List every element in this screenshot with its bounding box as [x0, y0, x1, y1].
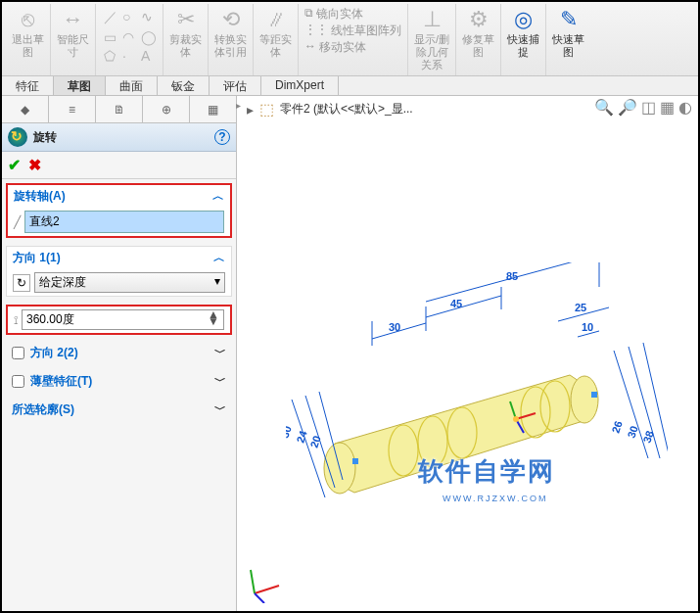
mirror-button[interactable]: ⧉镜向实体 — [304, 6, 363, 23]
collapse-icon: ︿ — [212, 188, 224, 205]
spline-icon[interactable]: ∿ — [139, 8, 157, 27]
svg-line-36 — [614, 351, 648, 458]
mirror-icon: ⧉ — [304, 6, 313, 23]
angle-icon: ⟟ — [14, 313, 18, 327]
trim-icon: ✂ — [177, 6, 195, 33]
axis-icon: ╱ — [14, 215, 21, 229]
quick-sketch-button[interactable]: ✎ 快速草图 — [546, 4, 590, 75]
panel-tab-appearance[interactable]: ▦ — [190, 96, 236, 122]
angle-section-highlight: ⟟ 360.00度 ▲▼ — [6, 305, 232, 335]
svg-line-19 — [426, 262, 599, 302]
tab-features[interactable]: 特征 — [2, 76, 54, 95]
text-icon[interactable]: A — [139, 47, 157, 65]
graphics-viewport[interactable]: ▸ ⬚ 零件2 (默认<<默认>_显... 🔍 🔎 ◫ ▦ ◐ — [237, 96, 698, 611]
tab-surface[interactable]: 曲面 — [106, 76, 158, 95]
pattern-icon: ⋮⋮ — [304, 23, 328, 39]
relations-button[interactable]: ⊥ 显示/删除几何关系 — [408, 4, 456, 75]
move-icon: ↔ — [304, 39, 316, 56]
property-panel: ◆ ≡ 🗎 ⊕ ▦ 旋转 ? ✔ ✖ 旋转轴(A) ︿ ╱ 直线2 — [2, 96, 237, 611]
panel-tab-config[interactable]: 🗎 — [96, 96, 143, 122]
offset-icon: ⫽ — [265, 6, 287, 33]
svg-line-39 — [255, 586, 279, 593]
contours-section[interactable]: 所选轮廓(S) ﹀ — [2, 396, 236, 424]
convert-button[interactable]: ⟲ 转换实体引用 — [209, 4, 254, 75]
exit-sketch-icon: ⎋ — [22, 6, 34, 33]
sketch-icon: ✎ — [560, 6, 578, 33]
revolve-icon — [8, 127, 27, 147]
section-view-icon[interactable]: ◐ — [678, 98, 692, 117]
tab-sheetmetal[interactable]: 钣金 — [158, 76, 210, 95]
svg-text:24: 24 — [294, 428, 308, 444]
chevron-down-icon: ﹀ — [214, 401, 226, 418]
zoom-area-icon[interactable]: 🔎 — [618, 98, 637, 117]
svg-text:30: 30 — [286, 424, 294, 439]
repair-button[interactable]: ⚙ 修复草图 — [456, 4, 501, 75]
tab-sketch[interactable]: 草图 — [54, 76, 106, 95]
quick-snap-button[interactable]: ◎ 快速捕捉 — [501, 4, 546, 75]
axis-section-highlight: 旋转轴(A) ︿ ╱ 直线2 — [6, 183, 232, 238]
ok-button[interactable]: ✔ — [8, 156, 21, 174]
line-icon[interactable]: ／ — [102, 8, 119, 27]
snap-icon: ◎ — [514, 6, 533, 33]
move-button[interactable]: ↔移动实体 — [304, 39, 366, 56]
point-icon[interactable]: · — [120, 47, 138, 65]
dir2-check[interactable] — [12, 347, 24, 359]
dimension-icon: ↔ — [63, 6, 84, 33]
expand-icon[interactable]: ▸ — [247, 102, 254, 118]
svg-text:85: 85 — [506, 270, 518, 282]
tab-dimxpert[interactable]: DimXpert — [261, 76, 339, 95]
angle-input[interactable]: 360.00度 ▲▼ — [22, 309, 224, 330]
breadcrumb[interactable]: ▸ ⬚ 零件2 (默认<<默认>_显... — [247, 100, 413, 118]
polygon-icon[interactable]: ⬠ — [102, 47, 119, 65]
svg-rect-11 — [352, 458, 358, 464]
repair-icon: ⚙ — [469, 6, 489, 33]
panel-tab-display[interactable]: ⊕ — [143, 96, 190, 122]
panel-splitter[interactable] — [237, 96, 243, 611]
sketch-tools-group: ／ ○ ∿ ▭ ◠ ◯ ⬠ · A — [96, 4, 163, 75]
relations-icon: ⊥ — [423, 6, 442, 33]
trim-button[interactable]: ✂ 剪裁实体 — [163, 4, 209, 75]
panel-tab-property[interactable]: ≡ — [49, 96, 96, 122]
svg-text:10: 10 — [582, 321, 593, 333]
axis-input[interactable]: 直线2 — [24, 211, 224, 233]
ribbon-toolbar: ⎋ 退出草图 ↔ 智能尺寸 ／ ○ ∿ ▭ ◠ ◯ ⬠ · A ✂ 剪裁实体 ⟲… — [2, 2, 698, 76]
svg-rect-12 — [591, 392, 597, 398]
view-orient-icon[interactable]: ◫ — [641, 98, 656, 117]
model-preview: 30 45 85 25 10 30 24 20 26 30 38 — [286, 262, 668, 576]
view-tools: 🔍 🔎 ◫ ▦ ◐ — [594, 98, 692, 117]
reverse-icon[interactable]: ↻ — [13, 274, 30, 292]
panel-tabs: ◆ ≡ 🗎 ⊕ ▦ — [2, 96, 236, 123]
help-button[interactable]: ? — [214, 129, 230, 145]
smart-dimension-button[interactable]: ↔ 智能尺寸 — [51, 4, 96, 75]
end-condition-select[interactable]: 给定深度 ▾ — [34, 272, 225, 293]
panel-tab-feature[interactable]: ◆ — [2, 96, 49, 122]
thin-check[interactable] — [12, 375, 24, 388]
svg-point-10 — [513, 416, 519, 422]
part-icon: ⬚ — [259, 100, 274, 118]
arc-icon[interactable]: ◠ — [120, 28, 138, 46]
svg-text:26: 26 — [609, 419, 624, 434]
axis-section-header[interactable]: 旋转轴(A) ︿ — [8, 185, 230, 208]
thin-feature-checkbox[interactable]: 薄壁特征(T) ﹀ — [2, 367, 236, 396]
tab-evaluate[interactable]: 评估 — [210, 76, 261, 95]
direction1-header[interactable]: 方向 1(1) ︿ — [7, 247, 231, 269]
display-style-icon[interactable]: ▦ — [660, 98, 675, 117]
rect-icon[interactable]: ▭ — [102, 28, 119, 46]
spin-down-icon[interactable]: ▼ — [208, 318, 219, 325]
chevron-down-icon: ﹀ — [214, 373, 226, 390]
linear-pattern-button[interactable]: ⋮⋮线性草图阵列 — [304, 23, 401, 39]
watermark-url: WWW.RJZXW.COM — [443, 494, 547, 503]
zoom-fit-icon[interactable]: 🔍 — [594, 98, 614, 117]
offset-button[interactable]: ⫽ 等距实体 — [254, 4, 299, 75]
circle-icon[interactable]: ○ — [120, 8, 138, 27]
chevron-down-icon: ▾ — [214, 274, 220, 291]
svg-text:25: 25 — [575, 302, 586, 313]
ellipse-icon[interactable]: ◯ — [139, 28, 157, 46]
view-triad[interactable] — [245, 564, 284, 603]
direction2-checkbox[interactable]: 方向 2(2) ﹀ — [2, 339, 236, 367]
pattern-group: ⧉镜向实体 ⋮⋮线性草图阵列 ↔移动实体 — [299, 4, 408, 75]
cancel-button[interactable]: ✖ — [28, 156, 41, 174]
chevron-down-icon: ﹀ — [214, 345, 226, 361]
exit-sketch-button[interactable]: ⎋ 退出草图 — [6, 4, 51, 75]
feature-title: 旋转 — [33, 129, 57, 146]
